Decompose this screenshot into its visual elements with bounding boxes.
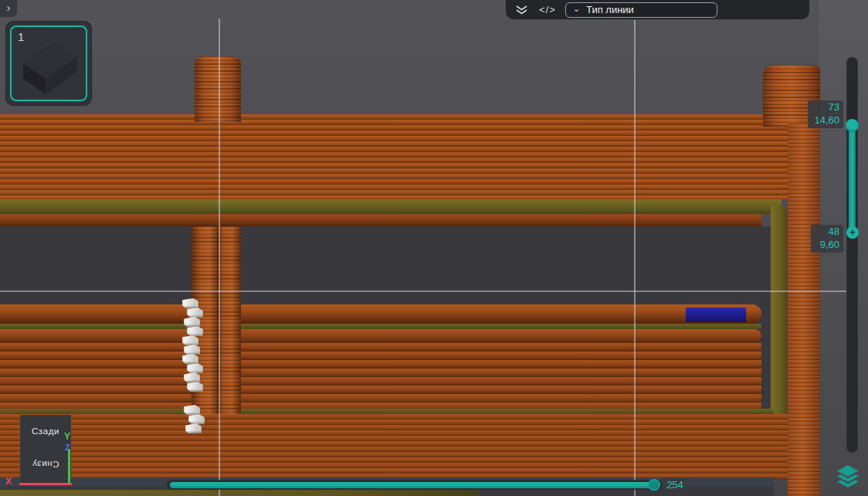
- model-post-top-left: [195, 56, 241, 122]
- layers-view-button[interactable]: [835, 464, 861, 493]
- axis-y-line: [68, 449, 70, 485]
- gcode-view-button[interactable]: </>: [539, 4, 556, 15]
- model-travel-segment-blue: [686, 307, 746, 322]
- grid-line-vertical-left: [219, 19, 220, 496]
- layer-slider-upper-tooltip: 73 14,60: [808, 100, 843, 128]
- preview-toolbar: </> ⌄ Тип линии: [506, 0, 809, 19]
- axis-z-label: Z: [65, 443, 70, 452]
- upper-layer-number: 73: [811, 101, 839, 114]
- axis-y-label: Y: [64, 431, 70, 442]
- upper-layer-height-mm: 14,60: [811, 114, 839, 127]
- model-skin-line-lower: [0, 409, 774, 414]
- layers-icon: [835, 464, 861, 493]
- model-right-wall: [788, 124, 820, 496]
- lower-layer-height-mm: 9,60: [814, 239, 839, 252]
- model-support-column-lower: [184, 405, 207, 440]
- layer-slider-range-fill: [849, 126, 856, 233]
- grid-line-vertical-right: [634, 20, 636, 496]
- model-skin-vertical: [771, 206, 788, 422]
- step-slider-value-label: 254: [663, 478, 687, 492]
- chevron-down-icon: ⌄: [573, 4, 580, 14]
- code-icon: </>: [539, 4, 556, 15]
- model-rail-upper: [0, 304, 761, 324]
- grid-line-horizontal: [0, 290, 846, 292]
- model-wall-row: [0, 214, 761, 226]
- viewport-3d[interactable]: › 1 </> ⌄ Тип линии: [0, 0, 868, 496]
- chevrons-down-icon: [515, 5, 528, 15]
- step-slider-handle[interactable]: [648, 479, 660, 491]
- navigation-cube[interactable]: Сзади Снизу: [20, 415, 71, 485]
- layer-slider-upper-handle[interactable]: [846, 119, 859, 132]
- step-value: 254: [666, 479, 683, 491]
- model-bottom-band: [0, 414, 788, 479]
- axis-x-line: [19, 483, 72, 485]
- step-slider-fill: [170, 482, 657, 488]
- thumbnail-index-label: 1: [18, 30, 24, 43]
- color-scheme-selected-label: Тип линии: [586, 4, 634, 15]
- chevron-right-icon: ›: [7, 1, 11, 14]
- model-bottom-skin-edge: [0, 490, 479, 496]
- expand-panel-button[interactable]: ›: [0, 0, 17, 17]
- model-rail-lower: [0, 329, 761, 343]
- layer-slider-lower-handle[interactable]: +: [846, 226, 859, 239]
- cube-face-bottom[interactable]: Снизу: [20, 460, 71, 469]
- plus-icon: +: [849, 226, 856, 238]
- model-mid-band: [0, 343, 761, 409]
- collapse-layers-button[interactable]: [515, 5, 528, 15]
- color-scheme-dropdown[interactable]: ⌄ Тип линии: [565, 2, 717, 18]
- axis-x-label: X: [5, 476, 12, 487]
- lower-layer-number: 48: [814, 226, 839, 239]
- model-skin-band: [0, 199, 782, 214]
- layer-slider-track[interactable]: [846, 57, 858, 453]
- model-thumbnail-frame: 1: [10, 25, 87, 101]
- layer-slider-lower-tooltip: 48 9,60: [811, 225, 843, 253]
- model-top-wall-band: [0, 114, 820, 199]
- model-thumbnail-card[interactable]: 1: [6, 22, 91, 105]
- model-support-column-upper: [182, 298, 205, 405]
- model-skin-line-upper: [0, 324, 761, 329]
